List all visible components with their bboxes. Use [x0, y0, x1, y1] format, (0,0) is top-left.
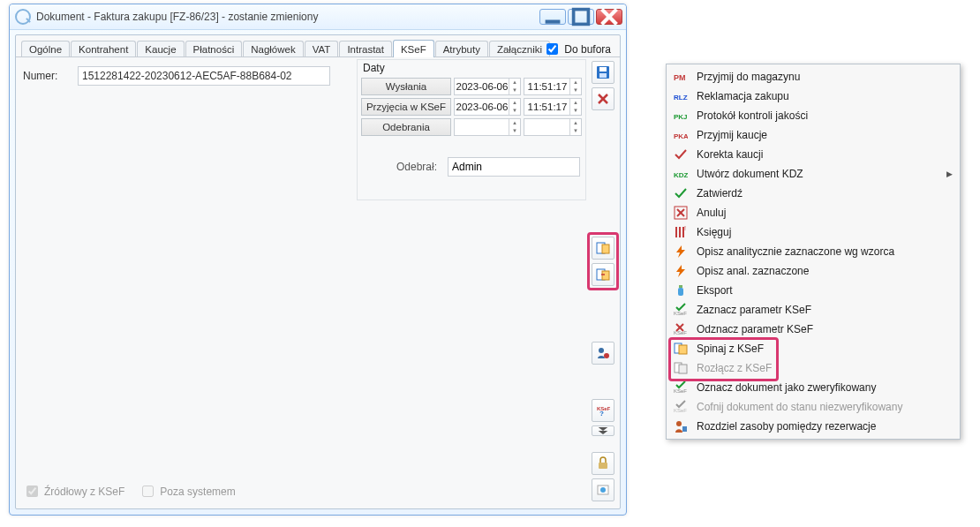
spinner-icon[interactable]: ▲▼	[509, 99, 520, 115]
menu-item-5[interactable]: KDZUtwórz dokument KDZ▶	[668, 164, 958, 184]
save-button[interactable]	[592, 61, 614, 84]
tab-intrastat[interactable]: Intrastat	[339, 41, 392, 57]
svg-rect-12	[602, 271, 609, 280]
tab-załączniki[interactable]: Załączniki	[489, 41, 550, 57]
maximize-button[interactable]	[568, 9, 594, 25]
menu-item-2[interactable]: PKJProtokół kontroli jakości	[668, 106, 958, 125]
minimize-button[interactable]	[539, 9, 566, 25]
svg-marker-17	[599, 431, 608, 434]
odebrania-button[interactable]: Odebrania	[361, 118, 451, 136]
menu-item-8[interactable]: !Księguj	[668, 222, 958, 242]
daty-grid: Wysłania 2023-06-06▲▼ 11:51:17▲▼ Przyjęc…	[361, 78, 580, 136]
menu-item-7[interactable]: Anuluj	[668, 203, 958, 222]
menu-item-1[interactable]: RLZReklamacja zakupu	[668, 87, 958, 106]
titlebar[interactable]: Dokument - Faktura zakupu [FZ-86/23] - z…	[10, 4, 626, 30]
wyslania-button[interactable]: Wysłania	[361, 78, 451, 95]
menu-item-label: Spinaj z KSeF	[697, 343, 764, 355]
przyjecia-button[interactable]: Przyjęcia w KSeF	[361, 98, 451, 116]
tab-ogólne[interactable]: Ogólne	[21, 41, 70, 57]
dropdown-button[interactable]	[592, 425, 614, 436]
svg-rect-43	[679, 345, 687, 354]
tab-ksef[interactable]: KSeF	[393, 40, 434, 57]
menu-item-9[interactable]: Opisz analitycznie zaznaczone wg wzorca	[668, 242, 958, 261]
odebrania-time[interactable]: ▲▼	[524, 118, 582, 136]
tab-nagłówek[interactable]: Nagłówek	[243, 41, 304, 57]
tab-płatności[interactable]: Płatności	[185, 41, 243, 57]
przyjecia-date[interactable]: 2023-06-06▲▼	[454, 98, 521, 116]
link-blue-icon	[672, 342, 690, 356]
svg-rect-37	[679, 285, 682, 288]
spinner-icon[interactable]: ▲▼	[569, 99, 581, 115]
magnifier-icon	[15, 9, 31, 25]
spinner-icon[interactable]: ▲▼	[569, 119, 581, 135]
tab-vat[interactable]: VAT	[305, 41, 339, 57]
svg-point-14	[604, 353, 609, 358]
menu-item-4[interactable]: Korekta kaucji	[668, 145, 958, 164]
zrodlowy-checkbox	[26, 486, 38, 497]
wyslania-date[interactable]: 2023-06-06▲▼	[454, 78, 521, 95]
menu-item-15: Rozłącz z KSeF	[668, 358, 958, 378]
svg-text:RLZ: RLZ	[674, 94, 688, 102]
menu-item-6[interactable]: Zatwierdź	[668, 184, 958, 203]
link-ksef-button[interactable]	[592, 237, 614, 260]
poza-check: Poza systemem	[139, 483, 235, 500]
menu-item-label: Utwórz dokument KDZ	[697, 168, 803, 180]
window-title: Dokument - Faktura zakupu [FZ-86/23] - z…	[15, 9, 539, 25]
svg-rect-6	[599, 73, 607, 78]
tab-atrybuty[interactable]: Atrybuty	[435, 41, 488, 57]
numer-input[interactable]	[78, 66, 330, 86]
odebral-label: Odebrał:	[363, 161, 437, 173]
window-controls	[539, 9, 622, 25]
menu-item-16[interactable]: KSeFOznacz dokument jako zweryfikowany	[668, 378, 958, 397]
do-bufora[interactable]: Do bufora	[543, 41, 611, 57]
odebrania-date[interactable]: ▲▼	[454, 118, 521, 136]
menu-item-label: Reklamacja zakupu	[697, 90, 789, 102]
poza-checkbox	[142, 486, 154, 497]
menu-item-label: Oznacz dokument jako zweryfikowany	[697, 381, 876, 394]
misc-button[interactable]	[592, 478, 614, 501]
link-grey-icon	[672, 361, 690, 375]
svg-rect-5	[599, 67, 607, 72]
tab-kontrahent[interactable]: Kontrahent	[71, 41, 136, 57]
close-button[interactable]	[596, 9, 622, 25]
do-bufora-label: Do bufora	[564, 43, 611, 56]
menu-item-17: KSeFCofnij dokument do stanu niezweryfik…	[668, 397, 958, 417]
menu-item-14[interactable]: Spinaj z KSeF	[668, 339, 958, 358]
ksef-help-button[interactable]: KSeF?	[592, 399, 614, 422]
bolt-icon	[672, 245, 690, 259]
spinner-icon[interactable]: ▲▼	[509, 119, 520, 135]
menu-item-label: Cofnij dokument do stanu niezweryfikowan…	[697, 401, 902, 413]
svg-text:KSeF: KSeF	[674, 388, 687, 394]
user-button[interactable]	[592, 342, 614, 365]
wyslania-time[interactable]: 11:51:17▲▼	[524, 78, 582, 95]
svg-text:KSeF: KSeF	[674, 311, 687, 316]
person-icon	[672, 419, 690, 433]
menu-item-12[interactable]: KSeFZaznacz parametr KSeF	[668, 300, 958, 320]
toolbar-highlight	[587, 232, 619, 290]
svg-rect-30	[675, 227, 677, 237]
menu-item-3[interactable]: PKAPrzyjmij kaucje	[668, 125, 958, 145]
menu-item-label: Opisz analitycznie zaznaczone wg wzorca	[697, 245, 894, 258]
menu-item-10[interactable]: Opisz anal. zaznaczone	[668, 261, 958, 281]
spinner-icon[interactable]: ▲▼	[569, 79, 581, 94]
menu-item-18[interactable]: Rozdziel zasoby pomiędzy rezerwacje	[668, 417, 958, 436]
svg-point-48	[676, 421, 682, 426]
menu-item-0[interactable]: PMPrzyjmij do magazynu	[668, 67, 958, 87]
spinner-icon[interactable]: ▲▼	[509, 79, 520, 94]
tab-kaucje[interactable]: Kaucje	[137, 41, 184, 57]
delete-button[interactable]	[592, 87, 614, 110]
unlink-ksef-button[interactable]	[592, 263, 614, 286]
pm-icon: PM	[672, 70, 690, 84]
lock-button[interactable]	[592, 452, 614, 475]
do-bufora-checkbox[interactable]	[547, 43, 558, 55]
ksef-panel: Numer: Daty Wysłania 2023-06-06▲▼ 11:51:…	[16, 57, 588, 505]
svg-marker-34	[676, 245, 685, 258]
przyjecia-time[interactable]: 11:51:17▲▼	[524, 98, 582, 116]
odebral-input[interactable]	[448, 157, 580, 177]
pkj-icon: PKJ	[672, 109, 690, 123]
menu-item-11[interactable]: Eksport	[668, 281, 958, 300]
bars-icon: !	[672, 225, 690, 239]
svg-rect-36	[678, 288, 683, 296]
submenu-arrow-icon: ▶	[946, 169, 953, 178]
menu-item-13[interactable]: KSeFOdznacz parametr KSeF	[668, 320, 958, 339]
